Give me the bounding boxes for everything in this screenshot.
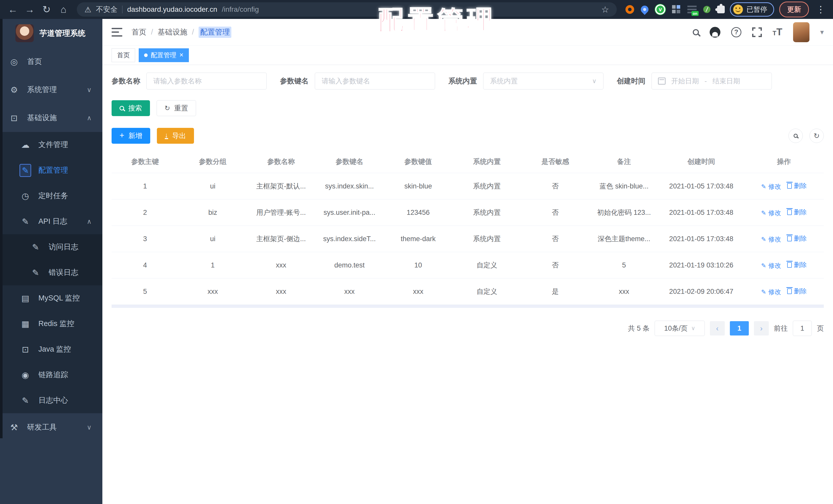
add-button[interactable]: 新增 (112, 128, 150, 144)
sidebar-toggle-icon[interactable] (112, 28, 122, 36)
sidebar-item-log-center[interactable]: ✎日志中心 (0, 388, 102, 413)
column-header: 参数键名 (315, 150, 384, 173)
table-cell: 系统内置 (453, 226, 521, 252)
browser-reload-icon[interactable] (40, 2, 54, 17)
chevron-down-icon[interactable] (820, 28, 824, 36)
reset-button[interactable]: 重置 (157, 100, 196, 116)
table-cell: 2 (112, 199, 178, 226)
next-page-button[interactable] (754, 321, 769, 335)
sidebar-item-system-admin[interactable]: ⚙系统管理 (0, 76, 102, 104)
sidebar-item-label: 首页 (27, 56, 102, 67)
table-cell: 用户管理-账号... (247, 199, 315, 226)
breadcrumb-item[interactable]: 首页 (132, 27, 146, 37)
breadcrumb-item[interactable]: 基础设施 (158, 27, 187, 37)
table-horizontal-scrollbar[interactable] (112, 305, 824, 308)
help-icon[interactable]: ? (731, 27, 741, 37)
sidebar-item-mysql-monitor[interactable]: ▤MySQL 监控 (0, 285, 102, 311)
extension-green-icon[interactable]: v (655, 4, 665, 15)
browser-profile-chip[interactable]: 已暂停 (730, 2, 774, 17)
browser-menu-icon[interactable] (814, 4, 827, 15)
toggle-search-button[interactable] (788, 129, 803, 143)
browser-home-icon[interactable] (56, 2, 71, 17)
table-cell: 系统内置 (453, 173, 521, 199)
filter-input[interactable] (315, 73, 435, 90)
table-cell: 蓝色 skin-blue... (589, 173, 659, 199)
page-size-select[interactable]: 10条/页 (654, 321, 705, 336)
table-cell: 主框架页-侧边... (247, 226, 315, 252)
address-bar[interactable]: 不安全 dashboard.yudao.iocoder.cn /infra/co… (77, 2, 617, 17)
filter-select[interactable]: 系统内置 (483, 73, 603, 90)
actions-cell: 修改删除 (744, 252, 824, 278)
tab-item[interactable]: 首页 (112, 48, 135, 62)
sidebar-item-infrastructure[interactable]: ⊡基础设施 (0, 104, 102, 132)
tab-active[interactable]: 配置管理× (139, 48, 189, 62)
browser-forward-icon[interactable] (23, 2, 37, 17)
column-header: 备注 (589, 150, 659, 173)
current-page[interactable]: 1 (730, 321, 749, 335)
browser-update-button[interactable]: 更新 (779, 2, 809, 17)
extension-grid-icon[interactable] (672, 5, 681, 14)
table-cell: 5 (589, 252, 659, 278)
page-suffix: 页 (817, 324, 824, 333)
table-cell: xxx (247, 278, 315, 305)
dashboard-icon: ◎ (8, 57, 20, 67)
table-cell: skin-blue (384, 173, 453, 199)
calendar-icon (658, 77, 666, 85)
search-button[interactable]: 搜索 (112, 100, 150, 116)
refresh-button[interactable] (809, 129, 824, 143)
table-cell: 否 (521, 199, 589, 226)
table-cell: 2021-01-05 17:03:48 (659, 199, 744, 226)
search-icon[interactable] (693, 29, 699, 35)
sidebar-item-api-log[interactable]: ✎API 日志 (0, 209, 102, 234)
close-icon[interactable]: × (180, 52, 184, 58)
extension-list-icon[interactable]: on (687, 6, 697, 13)
sidebar-item-access-log[interactable]: ✎访问日志 (0, 234, 102, 260)
extension-donut-icon[interactable] (625, 5, 634, 14)
prev-page-button[interactable] (710, 321, 725, 335)
date-range-picker[interactable]: 开始日期-结束日期 (651, 73, 772, 90)
edit-link[interactable]: 修改 (761, 261, 781, 270)
sidebar-item-dev-tools[interactable]: ⚒研发工具 (0, 413, 102, 442)
filter-input[interactable] (146, 73, 267, 90)
delete-link[interactable]: 删除 (787, 181, 807, 190)
table-cell: 主框架页-默认... (247, 173, 315, 199)
table-cell: xxx (315, 278, 384, 305)
select-placeholder: 系统内置 (490, 76, 518, 86)
extension-leaf-icon[interactable] (703, 6, 710, 13)
bookmark-star-icon[interactable] (601, 4, 609, 15)
delete-link[interactable]: 删除 (787, 234, 807, 243)
sidebar-item-file-manage[interactable]: ☁文件管理 (0, 132, 102, 157)
actions-cell: 修改删除 (744, 278, 824, 305)
fullscreen-icon[interactable] (752, 27, 762, 37)
extensions-puzzle-icon[interactable] (717, 6, 725, 13)
edit-link[interactable]: 修改 (761, 209, 781, 217)
sidebar-item-home[interactable]: ◎首页 (0, 48, 102, 76)
delete-link[interactable]: 删除 (787, 208, 807, 216)
sidebar-item-label: 访问日志 (49, 242, 102, 252)
delete-link[interactable]: 删除 (787, 260, 807, 269)
extension-pin-icon[interactable] (639, 4, 650, 15)
filter-group: 创建时间开始日期-结束日期 (617, 73, 772, 90)
export-button[interactable]: 导出 (157, 128, 194, 144)
user-avatar[interactable] (793, 22, 809, 42)
column-header: 参数主键 (112, 150, 178, 173)
delete-link[interactable]: 删除 (787, 287, 807, 295)
table-cell: 4 (112, 252, 178, 278)
goto-page-input[interactable] (793, 321, 812, 336)
table-cell: 自定义 (453, 252, 521, 278)
sidebar-menu: ◎首页⚙系统管理⊡基础设施☁文件管理✎配置管理◷定时任务✎API 日志✎访问日志… (0, 48, 102, 504)
edit-link[interactable]: 修改 (761, 182, 781, 191)
sidebar-item-tracing[interactable]: ◉链路追踪 (0, 362, 102, 388)
sidebar-logo[interactable]: 芋道管理系统 (0, 19, 102, 48)
sidebar-item-scheduled-job[interactable]: ◷定时任务 (0, 183, 102, 209)
github-icon[interactable] (710, 27, 720, 37)
edit-link[interactable]: 修改 (761, 235, 781, 244)
sidebar-item-error-log[interactable]: ✎错误日志 (0, 260, 102, 285)
sidebar-item-config-manage[interactable]: ✎配置管理 (0, 157, 102, 183)
browser-back-icon[interactable] (6, 2, 20, 17)
monitor-icon: ⊡ (8, 113, 20, 123)
sidebar-item-java-monitor[interactable]: ⊡Java 监控 (0, 336, 102, 362)
edit-link[interactable]: 修改 (761, 288, 781, 296)
font-size-icon[interactable] (772, 27, 782, 37)
sidebar-item-redis-monitor[interactable]: ▦Redis 监控 (0, 311, 102, 336)
